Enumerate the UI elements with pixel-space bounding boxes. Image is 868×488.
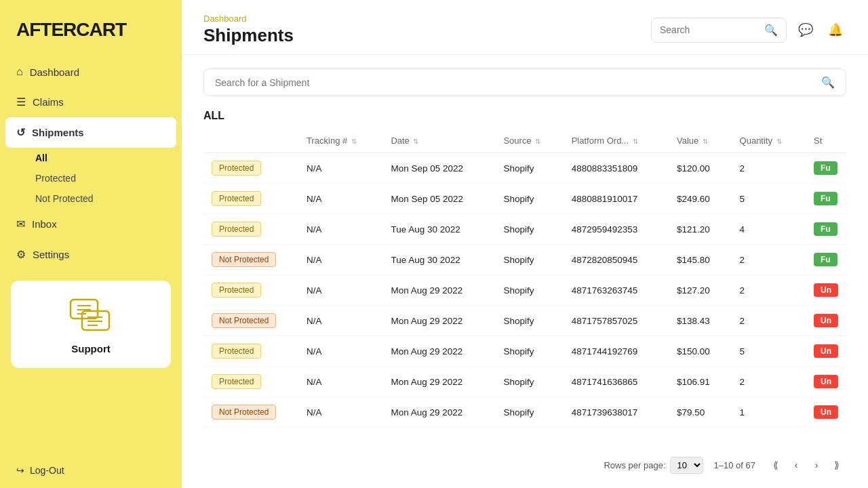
col-st: St [806, 129, 846, 153]
table-row[interactable]: Protected N/A Mon Aug 29 2022 Shopify 48… [203, 275, 846, 306]
table-row[interactable]: Not Protected N/A Mon Aug 29 2022 Shopif… [203, 306, 846, 336]
cell-quantity: 4 [732, 214, 806, 245]
logout-label: Log-Out [30, 465, 64, 476]
status-badge: Un [814, 283, 838, 297]
cell-platform-ord: 4880883351809 [564, 153, 669, 184]
cell-date: Tue Aug 30 2022 [382, 214, 495, 245]
table-row[interactable]: Protected N/A Mon Sep 05 2022 Shopify 48… [203, 153, 846, 184]
shipments-table-wrapper: Tracking # ⇅ Date ⇅ Source ⇅ Platform Or… [203, 129, 846, 447]
cell-tracking: N/A [298, 153, 382, 184]
shipment-search-icon: 🔍 [821, 76, 835, 89]
next-page-button[interactable]: › [807, 455, 826, 474]
cell-quantity: 5 [732, 184, 806, 214]
cell-value: $120.00 [669, 153, 732, 184]
cell-platform-ord: 4871757857025 [564, 306, 669, 336]
sidebar-item-label: Settings [33, 249, 69, 260]
support-label: Support [71, 343, 111, 354]
inbox-icon: ✉ [16, 218, 25, 230]
cell-source: Shopify [495, 275, 563, 306]
logout-button[interactable]: ↪ Log-Out [0, 453, 182, 488]
cell-st: Fu [806, 245, 846, 275]
cell-status: Protected [203, 336, 298, 367]
cell-status: Protected [203, 367, 298, 397]
sidebar-item-label: Claims [33, 96, 64, 108]
status-badge: Un [814, 405, 838, 419]
col-tracking[interactable]: Tracking # ⇅ [298, 129, 382, 153]
sidebar-item-inbox[interactable]: ✉ Inbox [0, 209, 182, 239]
table-row[interactable]: Protected N/A Tue Aug 30 2022 Shopify 48… [203, 214, 846, 245]
protection-badge: Protected [212, 374, 261, 389]
cell-date: Mon Aug 29 2022 [382, 306, 495, 336]
cell-value: $145.80 [669, 245, 732, 275]
first-page-button[interactable]: ⟪ [766, 455, 785, 474]
logo: AFTERCART [0, 0, 182, 57]
settings-icon: ⚙ [16, 248, 26, 261]
cell-source: Shopify [495, 184, 563, 214]
col-value[interactable]: Value ⇅ [669, 129, 732, 153]
sidebar-item-settings[interactable]: ⚙ Settings [0, 239, 182, 270]
cell-st: Un [806, 367, 846, 397]
sidebar-item-label: Inbox [32, 218, 57, 230]
cell-quantity: 2 [732, 306, 806, 336]
section-all-label: ALL [203, 110, 846, 122]
table-body: Protected N/A Mon Sep 05 2022 Shopify 48… [203, 153, 846, 428]
sidebar: AFTERCART ⌂ Dashboard ☰ Claims ↺ Shipmen… [0, 0, 182, 488]
pagination: Rows per page: 10 25 50 1–10 of 67 ⟪ ‹ ›… [203, 447, 846, 474]
dashboard-icon: ⌂ [16, 66, 23, 78]
protection-badge: Protected [212, 222, 261, 237]
cell-tracking: N/A [298, 275, 382, 306]
status-badge: Fu [814, 161, 837, 175]
cell-status: Not Protected [203, 245, 298, 275]
prev-page-button[interactable]: ‹ [787, 455, 806, 474]
shipment-search-input[interactable] [215, 77, 816, 88]
col-status [203, 129, 298, 153]
cell-value: $150.00 [669, 336, 732, 367]
support-box[interactable]: Support [11, 281, 171, 368]
message-icon[interactable]: 💬 [795, 19, 816, 41]
pagination-buttons: ⟪ ‹ › ⟫ [766, 455, 846, 474]
main-content: Dashboard Shipments 🔍 💬 🔔 🔍 ALL [182, 0, 868, 488]
cell-status: Protected [203, 153, 298, 184]
table-row[interactable]: Protected N/A Mon Aug 29 2022 Shopify 48… [203, 367, 846, 397]
protection-badge: Protected [212, 344, 261, 359]
last-page-button[interactable]: ⟫ [827, 455, 846, 474]
sidebar-item-dashboard[interactable]: ⌂ Dashboard [0, 57, 182, 87]
table-row[interactable]: Protected N/A Mon Aug 29 2022 Shopify 48… [203, 336, 846, 367]
protection-badge: Not Protected [212, 313, 276, 328]
cell-platform-ord: 4871741636865 [564, 367, 669, 397]
col-platform-ord[interactable]: Platform Ord... ⇅ [564, 129, 669, 153]
protection-badge: Protected [212, 161, 261, 176]
cell-source: Shopify [495, 214, 563, 245]
cell-platform-ord: 4871763263745 [564, 275, 669, 306]
subnav-protected[interactable]: Protected [35, 168, 182, 188]
subnav-all[interactable]: All [35, 148, 182, 168]
table-header: Tracking # ⇅ Date ⇅ Source ⇅ Platform Or… [203, 129, 846, 153]
bell-icon[interactable]: 🔔 [825, 19, 846, 41]
sidebar-item-shipments[interactable]: ↺ Shipments [5, 117, 176, 148]
rows-per-page: Rows per page: 10 25 50 [604, 457, 703, 474]
subnav-not-protected[interactable]: Not Protected [35, 188, 182, 209]
cell-platform-ord: 4872820850945 [564, 245, 669, 275]
cell-source: Shopify [495, 367, 563, 397]
header-search-icon: 🔍 [764, 24, 778, 37]
col-date[interactable]: Date ⇅ [382, 129, 495, 153]
cell-tracking: N/A [298, 245, 382, 275]
table-row[interactable]: Protected N/A Mon Sep 05 2022 Shopify 48… [203, 184, 846, 214]
cell-quantity: 2 [732, 153, 806, 184]
table-row[interactable]: Not Protected N/A Tue Aug 30 2022 Shopif… [203, 245, 846, 275]
cell-st: Fu [806, 184, 846, 214]
header-search-box[interactable]: 🔍 [651, 18, 787, 43]
cell-date: Mon Sep 05 2022 [382, 153, 495, 184]
header-search-input[interactable] [660, 24, 760, 35]
table-row[interactable]: Not Protected N/A Mon Aug 29 2022 Shopif… [203, 397, 846, 428]
col-quantity[interactable]: Quantity ⇅ [732, 129, 806, 153]
sidebar-item-label: Dashboard [30, 66, 79, 78]
sidebar-item-claims[interactable]: ☰ Claims [0, 87, 182, 117]
col-source[interactable]: Source ⇅ [495, 129, 563, 153]
cell-status: Not Protected [203, 397, 298, 428]
cell-value: $121.20 [669, 214, 732, 245]
status-badge: Un [814, 344, 838, 358]
cell-tracking: N/A [298, 184, 382, 214]
rows-per-page-select[interactable]: 10 25 50 [670, 457, 703, 474]
cell-tracking: N/A [298, 306, 382, 336]
